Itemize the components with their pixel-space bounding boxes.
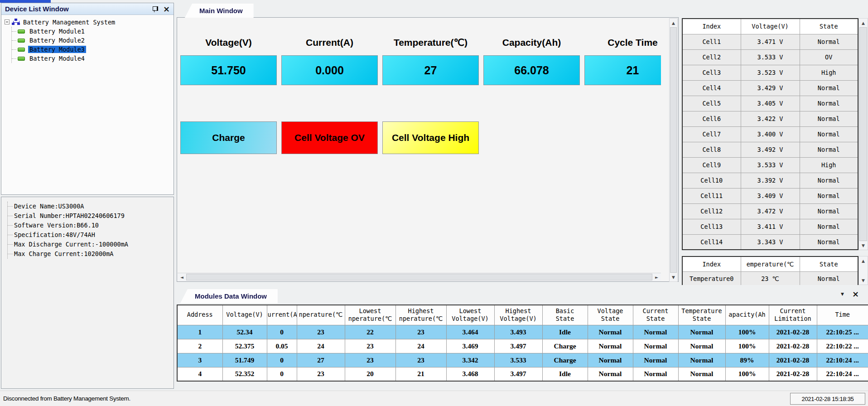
battery-icon xyxy=(18,29,25,34)
status-box-cell-voltage-ov: Cell Voltage OV xyxy=(281,121,378,154)
cell: Normal xyxy=(678,353,725,367)
cell: Idle xyxy=(542,325,588,339)
column-header: Time xyxy=(817,305,868,325)
cell: Cell9 xyxy=(682,157,741,173)
column-header: Lowest nperature(℃ xyxy=(345,305,395,325)
cell: Normal xyxy=(588,353,633,367)
scroll-down-icon[interactable]: ▼ xyxy=(859,276,868,285)
scroll-down-icon[interactable]: ▼ xyxy=(859,241,868,250)
temperature-table: Indexemperature(℃StateTemperature023 ℃No… xyxy=(682,256,858,285)
status-box-cell-voltage-high: Cell Voltage High xyxy=(382,121,479,154)
cell-table-scrollbar[interactable]: ▲ ▼ xyxy=(858,18,868,250)
scroll-up-icon[interactable]: ▲ xyxy=(859,256,868,265)
cell: 23 ℃ xyxy=(741,271,800,285)
cell: Cell12 xyxy=(682,203,741,219)
tree-item-root[interactable]: Battery Management System xyxy=(5,17,174,27)
cell: 3.533 xyxy=(494,353,542,367)
table-row[interactable]: Cell123.472 VNormal xyxy=(682,203,858,219)
temperature-table-scrollbar[interactable]: ▲ ▼ xyxy=(858,256,868,285)
status-message: Disconnected from Battery Management Sys… xyxy=(3,395,130,402)
scroll-right-icon[interactable]: ► xyxy=(652,273,661,281)
device-info-line: Software Version:B66.10 xyxy=(8,221,174,230)
table-row[interactable]: Cell143.343 VNormal xyxy=(682,234,858,250)
cell: 3.497 xyxy=(494,367,542,381)
main-horizontal-scrollbar[interactable]: ◄ ► xyxy=(178,273,661,281)
cell: 3.493 xyxy=(494,325,542,339)
cell: 22:10:24 ... xyxy=(817,353,868,367)
cell: Normal xyxy=(800,126,858,142)
modules-panel-icons: ▼ × xyxy=(841,291,859,297)
tab-main-window[interactable]: Main Window xyxy=(185,4,254,18)
table-row[interactable]: Cell113.409 VNormal xyxy=(682,188,858,203)
module-row[interactable]: 152.3402322233.4643.493IdleNormalNormalN… xyxy=(177,325,868,339)
cell: 3.392 V xyxy=(741,173,800,188)
cell: 4 xyxy=(177,367,222,381)
metric-label: Voltage(V) xyxy=(180,37,277,55)
table-row[interactable]: Cell53.405 VNormal xyxy=(682,96,858,111)
cell: OV xyxy=(800,49,858,65)
dropdown-icon[interactable]: ▼ xyxy=(841,292,844,296)
metric-capacity-ah: Capacity(Ah)66.078 xyxy=(483,37,580,85)
cell: 22:10:25 ... xyxy=(817,325,868,339)
cell: Cell7 xyxy=(682,126,741,142)
status-bar: Disconnected from Battery Management Sys… xyxy=(0,391,868,406)
vertical-scrollbar-thumb[interactable] xyxy=(670,27,677,273)
column-header: Address xyxy=(177,305,222,325)
cell-voltage-table: IndexVoltage(V)StateCell13.471 VNormalCe… xyxy=(682,18,858,250)
column-header: Index xyxy=(682,19,741,34)
cell: Temperature0 xyxy=(682,271,741,285)
metric-cycle-time: Cycle Time21 xyxy=(584,37,661,85)
cell: Normal xyxy=(800,234,858,250)
cell: Cell11 xyxy=(682,188,741,203)
table-row[interactable]: Cell23.533 VOV xyxy=(682,49,858,65)
module-row[interactable]: 252.3750.052423243.4693.497ChargeNormalN… xyxy=(177,339,868,353)
table-row[interactable]: Cell33.523 VHigh xyxy=(682,65,858,80)
metric-label: Cycle Time xyxy=(584,37,661,55)
cell: 2 xyxy=(177,339,222,353)
table-row[interactable]: Cell103.392 VNormal xyxy=(682,173,858,188)
cell: Normal xyxy=(800,219,858,234)
column-header: emperature(℃ xyxy=(741,256,800,271)
cell: Normal xyxy=(678,325,725,339)
table-row[interactable]: Cell43.429 VNormal xyxy=(682,80,858,96)
cell: 3.400 V xyxy=(741,126,800,142)
metric-value-box: 21 xyxy=(584,55,661,85)
device-info-list: Device Name:US3000ASerial Number:HPTAH02… xyxy=(7,202,174,259)
cell-table-scrollbar-thumb[interactable] xyxy=(859,27,867,241)
scroll-left-icon[interactable]: ◄ xyxy=(178,273,186,281)
close-icon[interactable]: × xyxy=(163,6,170,12)
cell: Cell14 xyxy=(682,234,741,250)
table-row[interactable]: Temperature023 ℃Normal xyxy=(682,271,858,285)
cell: 2021-02-28 xyxy=(769,367,817,381)
tree-item-battery-module3[interactable]: Battery Module3 xyxy=(12,45,174,54)
module-row[interactable]: 452.35202320213.4683.497IdleNormalNormal… xyxy=(177,367,868,381)
tab-modules-data-window[interactable]: Modules Data Window xyxy=(180,289,278,303)
cell: 3.411 V xyxy=(741,219,800,234)
tree-item-battery-module2[interactable]: Battery Module2 xyxy=(12,36,174,45)
tree-root-label: Battery Management System xyxy=(22,19,116,26)
cell: 89% xyxy=(725,353,769,367)
table-row[interactable]: Cell133.411 VNormal xyxy=(682,219,858,234)
tree-item-battery-module1[interactable]: Battery Module1 xyxy=(12,27,174,36)
tree-item-battery-module4[interactable]: Battery Module4 xyxy=(12,54,174,63)
table-row[interactable]: Cell83.492 VNormal xyxy=(682,142,858,157)
table-row[interactable]: Cell93.533 VHigh xyxy=(682,157,858,173)
collapse-icon[interactable] xyxy=(5,19,10,24)
cell: 3.471 V xyxy=(741,34,800,49)
cell: 24 xyxy=(297,339,345,353)
metric-label: Temperature(℃) xyxy=(382,37,479,55)
scroll-up-icon[interactable]: ▲ xyxy=(859,19,868,27)
horizontal-scrollbar-thumb[interactable] xyxy=(186,274,652,280)
table-row[interactable]: Cell63.422 VNormal xyxy=(682,111,858,126)
scroll-up-icon[interactable]: ▲ xyxy=(670,19,677,27)
cell: Normal xyxy=(800,271,858,285)
close-icon[interactable]: × xyxy=(852,291,859,297)
cell: 3 xyxy=(177,353,222,367)
table-row[interactable]: Cell13.471 VNormal xyxy=(682,34,858,49)
module-row[interactable]: 351.74902723233.3423.533ChargeNormalNorm… xyxy=(177,353,868,367)
pin-icon[interactable] xyxy=(153,6,157,12)
bms-system-icon xyxy=(12,19,19,25)
main-vertical-scrollbar[interactable]: ▲ ▼ xyxy=(669,18,678,282)
scroll-down-icon[interactable]: ▼ xyxy=(670,273,677,281)
table-row[interactable]: Cell73.400 VNormal xyxy=(682,126,858,142)
